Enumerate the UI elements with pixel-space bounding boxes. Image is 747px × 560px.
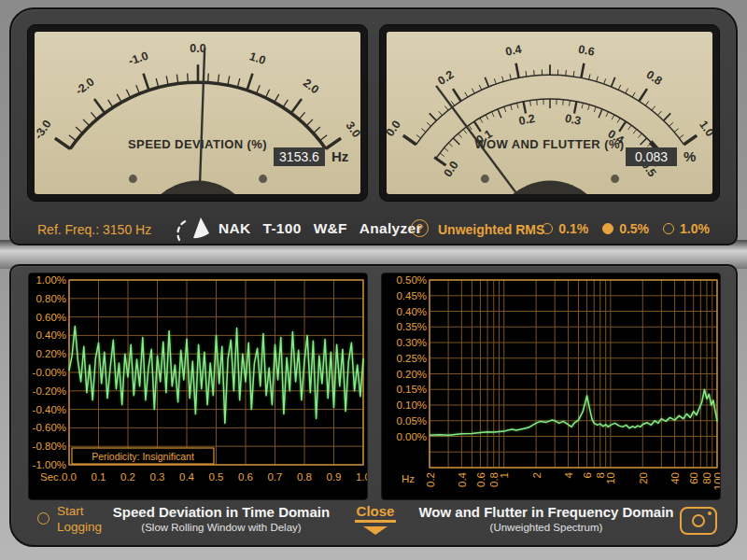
- radio-icon: [663, 223, 674, 234]
- chart-panel: 1.00%0.80%0.60%0.40%0.20%-0.00%-0.20%-0.…: [9, 264, 738, 547]
- range-option-0.1[interactable]: 0.1%: [542, 221, 588, 236]
- svg-text:-0.00%: -0.00%: [33, 367, 66, 378]
- svg-text:0.0: 0.0: [62, 471, 77, 483]
- freq-chart-subtitle: (Unweighted Spectrum): [411, 522, 682, 533]
- time-chart-title: Speed Deviation in Time Domain: [86, 504, 357, 520]
- svg-text:0.60%: 0.60%: [35, 312, 66, 323]
- speed-readout-unit: Hz: [331, 148, 348, 164]
- range-label: 0.5%: [619, 221, 649, 236]
- svg-text:0.40%: 0.40%: [396, 306, 427, 317]
- record-circle-icon: [37, 512, 49, 525]
- svg-text:0.45%: 0.45%: [396, 290, 427, 301]
- brand-nak: NAK: [218, 220, 250, 236]
- range-selector: 0.1% 0.5% 1.0%: [542, 221, 710, 236]
- svg-text:0.50%: 0.50%: [396, 274, 427, 286]
- svg-text:2: 2: [531, 472, 543, 478]
- meter-panel: -3.0-2.0-1.00.01.02.03.0 SPEED DEVIATION…: [9, 7, 738, 245]
- help-button[interactable]: ?: [411, 219, 429, 237]
- freq-chart-title: Wow and Flutter in Frequency Domain: [411, 504, 682, 520]
- svg-text:0.6: 0.6: [577, 43, 596, 59]
- svg-text:0.10%: 0.10%: [396, 399, 427, 411]
- wow-gauge-dial: 0.00.20.40.60.81.00.00.10.20.30.40.5: [387, 32, 712, 194]
- range-option-0.5[interactable]: 0.5%: [602, 221, 649, 236]
- wow-flutter-meter: 0.00.20.40.60.81.00.00.10.20.30.40.5 WOW…: [379, 24, 720, 202]
- svg-text:1.0: 1.0: [247, 49, 267, 67]
- svg-text:-1.0: -1.0: [127, 49, 150, 68]
- svg-text:0.6: 0.6: [475, 472, 486, 487]
- svg-text:0.15%: 0.15%: [396, 384, 427, 395]
- speed-gauge-dial: -3.0-2.0-1.00.01.02.03.0: [35, 32, 360, 194]
- svg-text:0.35%: 0.35%: [396, 321, 427, 332]
- svg-text:1.0: 1.0: [356, 471, 367, 483]
- speed-deviation-meter: -3.0-2.0-1.00.01.02.03.0 SPEED DEVIATION…: [27, 24, 368, 202]
- svg-text:0.4: 0.4: [457, 471, 468, 487]
- speed-readout: 3153.6: [274, 147, 325, 166]
- app-title: NAKT-100W&FAnalyzer: [218, 220, 434, 237]
- svg-text:0.80%: 0.80%: [35, 293, 66, 304]
- svg-text:40: 40: [669, 472, 681, 484]
- svg-text:0.9: 0.9: [327, 471, 342, 483]
- frequency-domain-chart: 0.50%0.45%0.40%0.35%0.30%0.25%0.20%0.15%…: [381, 273, 721, 500]
- svg-text:20: 20: [638, 472, 649, 484]
- weighting-mode-label: Unweighted RMS: [438, 222, 544, 237]
- gauge-logo-icon: [176, 216, 215, 247]
- svg-text:0.7: 0.7: [268, 471, 283, 483]
- time-domain-chart: 1.00%0.80%0.60%0.40%0.20%-0.00%-0.20%-0.…: [28, 273, 368, 500]
- svg-text:0.20%: 0.20%: [396, 369, 427, 380]
- svg-text:0.6: 0.6: [238, 471, 253, 483]
- ref-freq-label: Ref. Freq.: 3150 Hz: [37, 222, 151, 237]
- brand-wf: W&F: [314, 220, 347, 236]
- svg-text:0.8: 0.8: [297, 471, 312, 483]
- svg-text:Hz: Hz: [402, 473, 415, 484]
- svg-text:6: 6: [582, 472, 593, 478]
- wow-meter-face: 0.00.20.40.60.81.00.00.10.20.30.40.5 WOW…: [387, 32, 712, 194]
- svg-text:0.00%: 0.00%: [396, 431, 427, 442]
- svg-text:0.3: 0.3: [564, 112, 583, 128]
- svg-text:0.0: 0.0: [441, 159, 460, 179]
- svg-text:0.4: 0.4: [179, 471, 195, 483]
- svg-text:Sec.: Sec.: [40, 471, 62, 483]
- svg-text:0.1: 0.1: [92, 471, 106, 483]
- svg-text:0.40%: 0.40%: [35, 329, 66, 341]
- close-label: Close: [345, 503, 405, 519]
- radio-icon: [602, 223, 613, 234]
- svg-text:0.0: 0.0: [387, 119, 403, 139]
- svg-text:0.2: 0.2: [120, 471, 135, 483]
- chevron-down-icon: [363, 526, 388, 535]
- svg-text:-0.60%: -0.60%: [33, 422, 66, 433]
- svg-text:100: 100: [712, 472, 721, 490]
- time-chart-caption: Speed Deviation in Time Domain (Slow Rol…: [86, 504, 357, 533]
- radio-icon: [542, 223, 553, 234]
- svg-text:-0.20%: -0.20%: [33, 385, 66, 397]
- svg-text:1: 1: [499, 472, 510, 478]
- svg-text:-0.40%: -0.40%: [33, 404, 66, 415]
- wow-readout: 0.083: [626, 147, 677, 166]
- svg-text:-0.80%: -0.80%: [33, 441, 66, 452]
- range-label: 1.0%: [680, 221, 710, 236]
- svg-text:0.5: 0.5: [209, 471, 224, 483]
- svg-text:Periodicity: Insignificant: Periodicity: Insignificant: [92, 451, 194, 462]
- svg-text:2.0: 2.0: [301, 77, 321, 97]
- svg-text:60: 60: [688, 472, 699, 484]
- range-option-1.0[interactable]: 1.0%: [663, 221, 710, 236]
- svg-text:0.25%: 0.25%: [396, 353, 427, 364]
- svg-text:0.4: 0.4: [504, 43, 523, 59]
- speed-meter-face: -3.0-2.0-1.00.01.02.03.0 SPEED DEVIATION…: [35, 32, 360, 194]
- brand-model: T-100: [262, 220, 301, 236]
- range-label: 0.1%: [558, 221, 588, 236]
- svg-text:0.2: 0.2: [435, 68, 456, 88]
- svg-text:0.8: 0.8: [644, 68, 665, 88]
- svg-text:0.3: 0.3: [150, 471, 165, 483]
- toolbar: Ref. Freq.: 3150 Hz NAKT-100W&FAnalyzer …: [11, 213, 736, 246]
- svg-text:4: 4: [563, 471, 574, 478]
- svg-text:0.05%: 0.05%: [396, 415, 427, 427]
- wow-readout-unit: %: [684, 148, 696, 164]
- close-underline: [355, 520, 396, 523]
- close-button[interactable]: Close: [345, 503, 405, 535]
- screenshot-camera-button[interactable]: [680, 507, 717, 535]
- freq-chart-caption: Wow and Flutter in Frequency Domain (Unw…: [411, 504, 682, 533]
- svg-text:1.0: 1.0: [697, 119, 712, 139]
- svg-text:1.00%: 1.00%: [35, 274, 66, 286]
- svg-text:0.20%: 0.20%: [35, 348, 66, 359]
- svg-text:0.30%: 0.30%: [396, 337, 427, 348]
